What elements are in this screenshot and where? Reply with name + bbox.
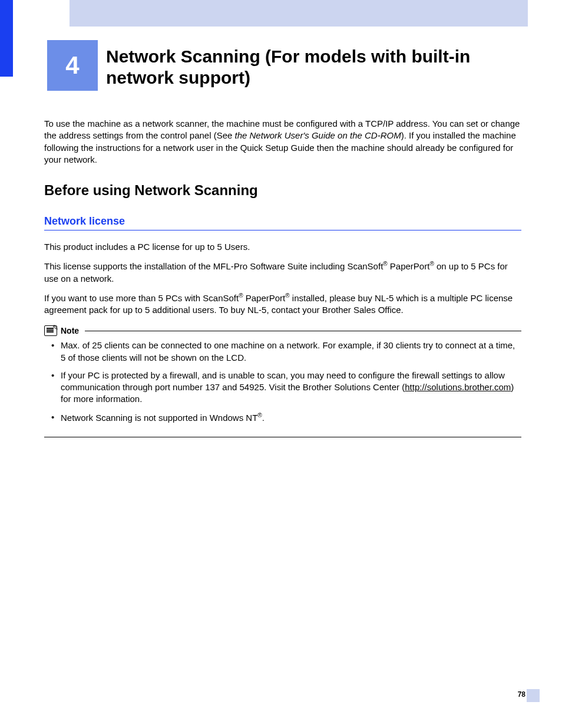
header-banner [70,0,528,27]
license-p2: This license supports the installation o… [44,260,521,285]
intro-paragraph: To use the machine as a network scanner,… [44,118,521,166]
section-heading: Before using Network Scanning [44,182,521,199]
license-p3: If you want to use more than 5 PCs with … [44,292,521,317]
note-rule-top [85,331,521,331]
note-icon [44,325,57,336]
note-list: Max. of 25 clients can be connected to o… [44,340,521,436]
chapter-number-box: 4 [47,40,98,91]
reg-mark: ® [383,261,387,267]
note-item3b: . [262,413,265,423]
footer-accent [527,689,540,702]
license-p1: This product includes a PC license for u… [44,241,521,253]
note-item-2: If your PC is protected by a firewall, a… [44,370,521,406]
subsection-heading: Network license [44,215,521,230]
page-content: To use the machine as a network scanner,… [44,118,521,437]
p3a: If you want to use more than 5 PCs with … [44,293,239,303]
note-item-3: Network Scanning is not supported in Wnd… [44,411,521,424]
p3b: PaperPort [243,293,286,303]
p2b: PaperPort [388,261,430,271]
reg-mark: ® [285,292,289,299]
reg-mark: ® [239,292,243,299]
p2a: This license supports the installation o… [44,261,383,271]
solutions-link[interactable]: http://solutions.brother.com [405,382,511,392]
note-item-1: Max. of 25 clients can be connected to o… [44,340,521,364]
side-section-tab [0,0,13,77]
page-number: 78 [518,690,525,699]
note-rule-bottom [44,437,521,437]
note-label: Note [61,326,79,335]
reg-mark: ® [257,412,262,419]
note-item3a: Network Scanning is not supported in Wnd… [61,413,257,423]
reg-mark: ® [429,261,434,267]
note-header: Note [44,325,521,336]
intro-italic: the Network User's Guide on the CD-ROM [235,130,401,140]
chapter-title: Network Scanning (For models with built-… [106,46,518,88]
chapter-number: 4 [65,51,79,80]
